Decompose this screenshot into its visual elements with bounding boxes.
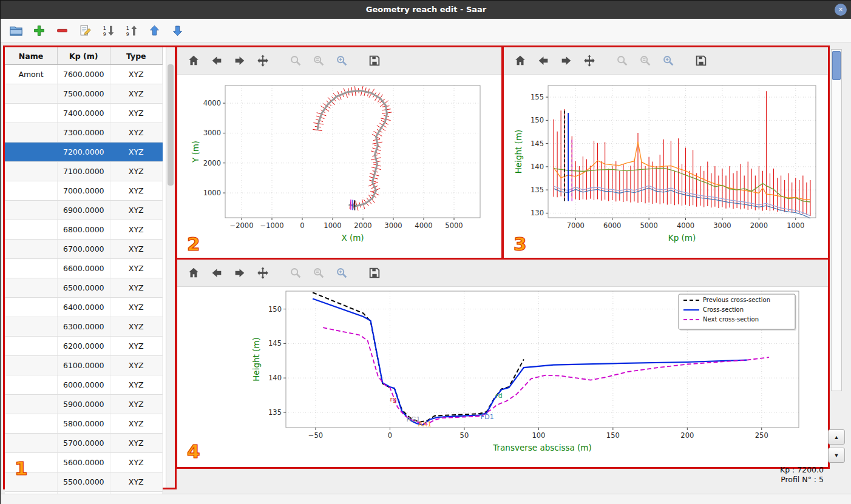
- table-cell[interactable]: 5600.0000: [58, 453, 110, 472]
- pan-button[interactable]: [254, 52, 272, 70]
- table-cell[interactable]: [5, 123, 58, 143]
- table-row[interactable]: Amont7600.0000XYZ: [5, 65, 163, 84]
- table-cell[interactable]: 6900.0000: [58, 201, 110, 220]
- table-row[interactable]: 7500.0000XYZ: [5, 84, 163, 104]
- table-cell[interactable]: [5, 240, 58, 259]
- table-scrollbar[interactable]: [166, 47, 175, 488]
- home-button[interactable]: [185, 52, 203, 70]
- table-cell[interactable]: 7100.0000: [58, 162, 110, 181]
- sort-ascending-button[interactable]: 19: [122, 21, 140, 39]
- table-cell[interactable]: [5, 434, 58, 453]
- column-header[interactable]: Type: [110, 47, 163, 65]
- table-cell[interactable]: XYZ: [110, 395, 163, 414]
- table-row[interactable]: 5500.0000XYZ: [5, 472, 163, 492]
- table-row[interactable]: 6700.0000XYZ: [5, 240, 163, 259]
- table-row[interactable]: 7300.0000XYZ: [5, 123, 163, 143]
- table-cell[interactable]: [5, 453, 58, 472]
- table-cell[interactable]: 6400.0000: [58, 298, 110, 317]
- table-cell[interactable]: [5, 181, 58, 201]
- move-up-button[interactable]: [145, 21, 163, 39]
- table-cell[interactable]: XYZ: [110, 143, 163, 162]
- back-button[interactable]: [534, 52, 552, 70]
- zoom-button[interactable]: [286, 264, 305, 282]
- edit-profile-button[interactable]: [76, 21, 94, 39]
- plan-view-plot[interactable]: −2000−1000010002000300040005000100020003…: [177, 75, 498, 257]
- table-cell[interactable]: [5, 259, 58, 278]
- table-cell[interactable]: [5, 375, 58, 395]
- table-cell[interactable]: [5, 201, 58, 220]
- forward-button[interactable]: [231, 52, 249, 70]
- table-cell[interactable]: XYZ: [110, 278, 163, 298]
- table-cell[interactable]: 7200.0000: [58, 143, 110, 162]
- forward-button[interactable]: [231, 264, 249, 282]
- table-row[interactable]: 6500.0000XYZ: [5, 278, 163, 298]
- table-row[interactable]: 6900.0000XYZ: [5, 201, 163, 220]
- table-cell[interactable]: XYZ: [110, 181, 163, 201]
- table-cell[interactable]: XYZ: [110, 317, 163, 337]
- table-cell[interactable]: 5500.0000: [58, 472, 110, 492]
- table-scrollbar-thumb[interactable]: [168, 64, 174, 186]
- table-row[interactable]: 6300.0000XYZ: [5, 317, 163, 337]
- table-row[interactable]: 6000.0000XYZ: [5, 375, 163, 395]
- cross-section-plot[interactable]: rgrdRG1AX1FD1−50050100150200250135140145…: [177, 287, 824, 464]
- subplots-button[interactable]: [310, 264, 328, 282]
- zoom-button[interactable]: [286, 52, 305, 70]
- column-header[interactable]: Name: [5, 47, 58, 65]
- table-cell[interactable]: 7400.0000: [58, 104, 110, 123]
- customize-button[interactable]: [333, 52, 351, 70]
- back-button[interactable]: [208, 264, 226, 282]
- table-cell[interactable]: [5, 337, 58, 356]
- home-button[interactable]: [185, 264, 203, 282]
- table-cell[interactable]: [5, 395, 58, 414]
- customize-button[interactable]: [333, 264, 351, 282]
- table-cell[interactable]: 5900.0000: [58, 395, 110, 414]
- table-row[interactable]: 7200.0000XYZ: [5, 143, 163, 162]
- table-cell[interactable]: XYZ: [110, 472, 163, 492]
- table-cell[interactable]: [5, 84, 58, 104]
- table-row[interactable]: 5800.0000XYZ: [5, 414, 163, 434]
- table-cell[interactable]: XYZ: [110, 84, 163, 104]
- table-cell[interactable]: XYZ: [110, 259, 163, 278]
- table-cell[interactable]: 6800.0000: [58, 220, 110, 240]
- zoom-button[interactable]: [613, 52, 631, 70]
- table-cell[interactable]: XYZ: [110, 201, 163, 220]
- table-cell[interactable]: [5, 298, 58, 317]
- customize-button[interactable]: [659, 52, 677, 70]
- table-cell[interactable]: [5, 356, 58, 375]
- table-cell[interactable]: XYZ: [110, 220, 163, 240]
- table-cell[interactable]: XYZ: [110, 453, 163, 472]
- table-row[interactable]: 7400.0000XYZ: [5, 104, 163, 123]
- table-cell[interactable]: 6200.0000: [58, 337, 110, 356]
- delete-profile-button[interactable]: [53, 21, 71, 39]
- back-button[interactable]: [208, 52, 226, 70]
- table-cell[interactable]: XYZ: [110, 298, 163, 317]
- table-cell[interactable]: XYZ: [110, 375, 163, 395]
- table-cell[interactable]: 7000.0000: [58, 181, 110, 201]
- table-cell[interactable]: [5, 104, 58, 123]
- sort-descending-button[interactable]: 19: [99, 21, 117, 39]
- open-file-button[interactable]: [7, 21, 25, 39]
- table-cell[interactable]: 7500.0000: [58, 84, 110, 104]
- pan-button[interactable]: [254, 264, 272, 282]
- table-cell[interactable]: XYZ: [110, 434, 163, 453]
- profiles-scrollbar-thumb[interactable]: [832, 51, 841, 80]
- table-cell[interactable]: [5, 414, 58, 434]
- home-button[interactable]: [511, 52, 529, 70]
- table-cell[interactable]: 6600.0000: [58, 259, 110, 278]
- table-cell[interactable]: XYZ: [110, 162, 163, 181]
- table-cell[interactable]: XYZ: [110, 65, 163, 84]
- table-cell[interactable]: 6700.0000: [58, 240, 110, 259]
- table-cell[interactable]: 6300.0000: [58, 317, 110, 337]
- table-cell[interactable]: 6000.0000: [58, 375, 110, 395]
- table-row[interactable]: 5900.0000XYZ: [5, 395, 163, 414]
- table-cell[interactable]: XYZ: [110, 240, 163, 259]
- table-row[interactable]: 7000.0000XYZ: [5, 181, 163, 201]
- table-row[interactable]: 6600.0000XYZ: [5, 259, 163, 278]
- table-cell[interactable]: XYZ: [110, 414, 163, 434]
- table-cell[interactable]: [5, 472, 58, 492]
- table-cell[interactable]: [5, 162, 58, 181]
- close-button[interactable]: ×: [835, 4, 847, 16]
- table-cell[interactable]: 5700.0000: [58, 434, 110, 453]
- subplots-button[interactable]: [310, 52, 328, 70]
- table-row[interactable]: 5700.0000XYZ: [5, 434, 163, 453]
